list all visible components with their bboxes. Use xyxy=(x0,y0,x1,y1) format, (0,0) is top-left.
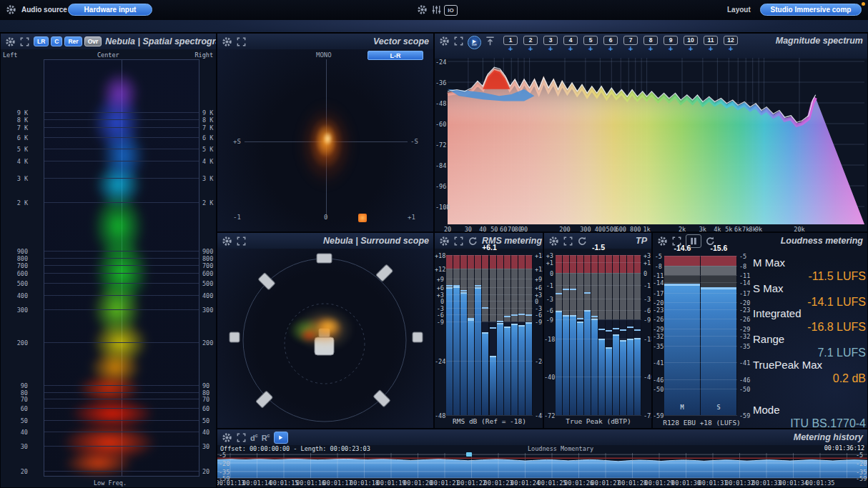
meter-scale-label: -6 xyxy=(535,312,542,319)
meter-scale-label: -35 xyxy=(739,343,750,350)
freq-axis-label: 2k xyxy=(674,226,691,232)
freq-tick-label: 30 xyxy=(202,443,209,450)
spatial-chip-c[interactable]: C xyxy=(51,36,62,47)
meter-peak-cap xyxy=(556,293,562,294)
meter-scale-label: -9 xyxy=(535,319,542,326)
freq-tick-label: 300 xyxy=(202,307,213,314)
meter-cell xyxy=(584,255,591,415)
freq-tick-label: 9 K xyxy=(4,109,28,116)
meter-zone xyxy=(613,255,619,273)
vector-header: Vector scope xyxy=(217,34,433,49)
meter-peak-cap xyxy=(664,284,700,285)
loudness-stat-value: -11.5 LUFS xyxy=(753,270,866,283)
meter-scale-label: -9 xyxy=(643,317,651,324)
layout-label: Layout xyxy=(727,6,751,14)
spatial-settings-icon[interactable] xyxy=(5,36,16,47)
meter-bar xyxy=(570,315,576,415)
meter-scale-label: +12 xyxy=(535,266,543,273)
spectrogram-energy-blob xyxy=(44,60,199,476)
meter-scale-label: -41 xyxy=(739,359,750,367)
loudness-s-readout: -15.6 xyxy=(701,244,737,252)
panel-spatial-spectrogram: LRCRerOvr Nebula | Spatial spectrogram L… xyxy=(0,33,217,488)
history-scale-label: -20 xyxy=(856,460,867,467)
meter-gridline xyxy=(664,329,737,329)
meter-gridline xyxy=(446,294,533,295)
vector-fullscreen-icon[interactable] xyxy=(236,36,247,47)
correlation-marker[interactable] xyxy=(358,214,367,222)
layout-preset-button[interactable]: Studio Immersive comp xyxy=(760,4,862,16)
correlation-pos1-label: +1 xyxy=(408,214,415,221)
freq-tick-label: 3 K xyxy=(4,175,28,182)
meter-gridline xyxy=(664,282,737,283)
spatial-fullscreen-icon[interactable] xyxy=(19,36,30,47)
db-tick-label: -96 xyxy=(435,183,446,190)
meter-scale-label: -8 xyxy=(653,263,662,270)
spatial-title: Nebula | Spatial spectrogram xyxy=(105,36,217,46)
freq-tick-label: 3 K xyxy=(202,175,213,182)
io-routing-icon[interactable]: IO xyxy=(444,5,458,16)
info-bar: Input: Dolby Atmos 7.1.4 | L-R-C-Lfe-Ls-… xyxy=(0,20,868,33)
meter-scale-label: -26 xyxy=(653,316,662,323)
meter-zone xyxy=(490,255,496,269)
meter-scale-label: -46 xyxy=(739,377,750,384)
freq-tick-label: 40 xyxy=(202,429,209,436)
meter-scale-label: -11 xyxy=(653,272,662,279)
meter-bar xyxy=(556,311,562,415)
freq-axis-label: 20k xyxy=(791,226,808,232)
freq-tick-label: 800 xyxy=(202,255,213,262)
freq-gridline xyxy=(44,127,199,128)
meter-gridline xyxy=(446,308,533,309)
panel-rms-metering: RMS metering +6.1 RMS dB (Ref = -18) +18… xyxy=(434,232,543,429)
notification-dot-icon xyxy=(862,2,865,6)
freq-tick-label: 600 xyxy=(202,270,213,277)
db-tick-label: -24 xyxy=(435,59,446,66)
freq-gridline xyxy=(44,420,199,421)
audio-source-settings-icon[interactable] xyxy=(6,4,16,15)
spatial-chip-rer[interactable]: Rer xyxy=(64,36,82,47)
meter-bar xyxy=(468,319,474,415)
meter-scale-label: +1 xyxy=(643,259,651,267)
meter-gridline xyxy=(556,285,641,286)
hardware-input-button[interactable]: Hardware input xyxy=(68,4,152,16)
freq-tick-label: 2 K xyxy=(202,199,213,206)
freq-gridline xyxy=(44,408,199,409)
meter-cell xyxy=(606,255,612,415)
vector-settings-icon[interactable] xyxy=(222,36,232,47)
meter-scale-label: +18 xyxy=(535,252,543,259)
db-tick-label: -72 xyxy=(435,141,446,149)
freq-tick-label: 7 K xyxy=(202,124,213,131)
mono-label: MONO xyxy=(316,51,332,59)
meter-peak-cap xyxy=(613,328,619,329)
timeline-label[interactable]: 00:01:35 xyxy=(803,479,837,487)
panel-vector-scope: Vector scope MONO L-R +S -S -1 0 +1 xyxy=(217,33,434,232)
db-tick-label: -108 xyxy=(435,204,446,211)
meter-scale-label: -5 xyxy=(653,253,662,260)
history-scale-label: -59 xyxy=(219,475,230,482)
freq-gridline xyxy=(44,446,199,447)
meter-zone xyxy=(613,273,619,320)
freq-gridline xyxy=(44,432,199,432)
meter-gridline xyxy=(556,377,641,377)
meter-zone xyxy=(584,255,591,273)
meter-cell xyxy=(556,255,562,415)
meter-bar xyxy=(526,322,532,415)
global-settings-icon[interactable] xyxy=(417,4,428,15)
low-freq-label: Low Freq. xyxy=(94,479,127,487)
sliders-icon[interactable] xyxy=(431,4,442,15)
freq-tick-label: 4 K xyxy=(202,158,213,165)
history-scale-label: -5 xyxy=(219,452,226,459)
meter-bar xyxy=(664,284,700,415)
meter-gridline xyxy=(446,322,533,322)
meter-zone xyxy=(606,255,612,273)
audio-source-label: Audio source xyxy=(21,6,67,14)
vector-mode-button[interactable]: L-R xyxy=(368,51,423,60)
meter-gridline xyxy=(446,279,533,279)
freq-tick-label: 9 K xyxy=(202,109,213,116)
app-root: Audio source Hardware input IO Layout St… xyxy=(0,0,868,488)
spatial-chip-lr[interactable]: LR xyxy=(34,36,49,47)
meter-scale-label: -29 xyxy=(653,326,662,333)
meter-zone xyxy=(570,255,576,273)
meter-zone xyxy=(504,255,511,269)
meter-scale-label: -72 xyxy=(643,412,652,419)
spatial-chip-ovr[interactable]: Ovr xyxy=(84,36,102,47)
